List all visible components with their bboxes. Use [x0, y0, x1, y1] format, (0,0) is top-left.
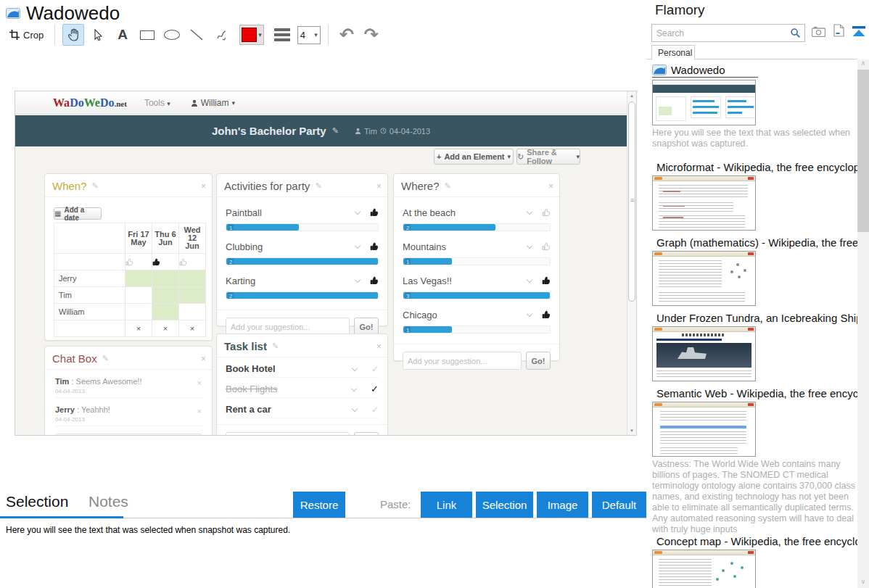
ellipse-tool-button[interactable]: [161, 24, 183, 46]
snapshot-title[interactable]: Microformat - Wikipedia, the free encycl…: [652, 161, 857, 173]
tab-notes[interactable]: Notes: [88, 493, 128, 510]
chevron-down-icon[interactable]: [351, 365, 358, 373]
thumbnail[interactable]: [652, 326, 756, 381]
availability-cell[interactable]: [179, 287, 206, 304]
snapshot-item[interactable]: Graph (mathematics) - Wikipedia, the fre…: [652, 236, 857, 306]
thumbs-up-icon[interactable]: [370, 242, 379, 251]
edit-pencil-icon[interactable]: ✎: [272, 341, 279, 351]
edit-pencil-icon[interactable]: ✎: [332, 126, 339, 136]
paste-default-button[interactable]: Default: [592, 492, 646, 518]
chevron-down-icon[interactable]: [526, 277, 533, 284]
tab-selection[interactable]: Selection: [6, 493, 68, 510]
go-button[interactable]: Go!: [526, 352, 551, 370]
thumbs-up-icon[interactable]: [370, 276, 379, 285]
crop-button[interactable]: Crop: [6, 24, 47, 46]
check-icon[interactable]: ✓: [371, 384, 379, 394]
chevron-down-icon[interactable]: [526, 243, 533, 250]
line-tool-button[interactable]: [186, 24, 207, 46]
thumbs-up-icon[interactable]: [152, 258, 178, 266]
search-input[interactable]: [652, 28, 790, 38]
scrollbar-thumb[interactable]: [628, 102, 635, 302]
thumbnail[interactable]: [652, 175, 756, 231]
size-dropdown[interactable]: 4 ▾: [297, 26, 321, 44]
chevron-down-icon[interactable]: [350, 386, 358, 393]
scroll-up-icon[interactable]: ∧: [857, 59, 869, 70]
chat-input[interactable]: [55, 434, 202, 436]
chevron-down-icon[interactable]: [526, 209, 533, 216]
close-icon[interactable]: ×: [201, 181, 206, 191]
add-task-input[interactable]: [226, 432, 350, 436]
captured-screenshot-canvas[interactable]: WaDoWeDo.net Tools ▾ William ▾ John's Ba…: [15, 91, 637, 436]
suggestion-input[interactable]: [403, 352, 522, 370]
availability-cell[interactable]: [125, 270, 152, 287]
availability-cell[interactable]: [152, 270, 179, 287]
check-icon[interactable]: ✓: [371, 405, 379, 415]
availability-cell[interactable]: [125, 304, 152, 320]
close-icon[interactable]: ×: [201, 354, 206, 364]
screenshot-scrollbar[interactable]: ▲ ▼: [627, 91, 636, 435]
thumbnail[interactable]: [652, 80, 756, 125]
thumbs-up-icon[interactable]: [370, 208, 379, 217]
add-element-button[interactable]: + Add an Element ▾: [434, 149, 514, 165]
close-icon[interactable]: ×: [376, 181, 382, 191]
user-menu[interactable]: William ▾: [191, 98, 235, 108]
pen-color-picker[interactable]: ▾: [239, 25, 264, 45]
paste-selection-button[interactable]: Selection: [476, 492, 533, 518]
scrollbar-thumb[interactable]: [857, 70, 869, 232]
tab-personal[interactable]: Personal: [651, 45, 695, 59]
share-follow-button[interactable]: ↻ Share & Follow ▾: [516, 149, 580, 165]
text-tool-button[interactable]: A: [112, 24, 133, 46]
edit-pencil-icon[interactable]: ✎: [315, 181, 321, 191]
reject-date-button[interactable]: ×: [179, 320, 206, 337]
snapshot-title[interactable]: Concept map - Wikipedia, the free encycl…: [652, 535, 857, 547]
add-date-button[interactable]: ▦ Add a date: [54, 207, 102, 220]
thumbs-up-icon[interactable]: [542, 208, 551, 217]
camera-icon[interactable]: [812, 26, 825, 37]
availability-cell[interactable]: [152, 287, 179, 304]
thumbs-up-icon[interactable]: [179, 258, 205, 266]
undo-button[interactable]: ↶: [336, 24, 358, 46]
snapshot-title[interactable]: Wadowedo: [652, 64, 758, 78]
thumbnail[interactable]: [652, 550, 756, 588]
thumbs-up-icon[interactable]: [542, 276, 551, 285]
chevron-down-icon[interactable]: [351, 406, 358, 413]
thumbs-up-icon[interactable]: [125, 258, 152, 266]
thumbs-up-icon[interactable]: [542, 242, 551, 251]
hand-tool-button[interactable]: [62, 24, 84, 46]
scroll-up-icon[interactable]: ▲: [627, 94, 636, 98]
snapshot-item[interactable]: Microformat - Wikipedia, the free encycl…: [652, 161, 857, 231]
thumbnail[interactable]: [652, 402, 756, 457]
snapshot-title[interactable]: Under Frozen Tundra, an Icebreaking Ship…: [652, 312, 857, 324]
cursor-tool-button[interactable]: [87, 24, 109, 46]
delete-message-icon[interactable]: ×: [197, 378, 202, 387]
availability-cell[interactable]: [179, 270, 206, 287]
paste-image-button[interactable]: Image: [537, 492, 588, 518]
reject-date-button[interactable]: ×: [152, 320, 179, 337]
availability-cell[interactable]: [125, 287, 152, 304]
search-icon[interactable]: [790, 28, 801, 38]
snapshot-item[interactable]: Under Frozen Tundra, an Icebreaking Ship…: [652, 312, 857, 381]
edit-pencil-icon[interactable]: ✎: [445, 181, 451, 191]
reject-date-button[interactable]: ×: [125, 320, 152, 337]
chevron-down-icon[interactable]: [354, 277, 361, 284]
snapshot-title[interactable]: Graph (mathematics) - Wikipedia, the fre…: [652, 236, 857, 249]
new-note-icon[interactable]: [833, 24, 844, 37]
thumbs-up-icon[interactable]: [542, 310, 551, 319]
flamory-logo-icon[interactable]: [852, 25, 866, 37]
close-icon[interactable]: ×: [548, 181, 553, 191]
delete-message-icon[interactable]: ×: [197, 407, 202, 415]
availability-cell[interactable]: [179, 304, 206, 320]
snapshot-title[interactable]: Semantic Web - Wikipedia, the free encyc…: [652, 387, 857, 399]
snapshot-item[interactable]: Wadowedo Here you will see the text that…: [652, 64, 857, 149]
line-thickness-icon[interactable]: [274, 28, 290, 41]
availability-cell[interactable]: [152, 304, 179, 320]
chevron-down-icon[interactable]: [354, 243, 361, 250]
restore-button[interactable]: Restore: [293, 492, 345, 518]
chevron-down-icon[interactable]: [526, 311, 533, 318]
chevron-down-icon[interactable]: [354, 209, 361, 216]
snapshot-item[interactable]: Concept map - Wikipedia, the free encycl…: [652, 535, 857, 588]
go-button[interactable]: Go!: [354, 432, 379, 436]
snapshot-item[interactable]: Semantic Web - Wikipedia, the free encyc…: [652, 387, 857, 535]
thumbnail[interactable]: [652, 251, 756, 306]
redo-button[interactable]: ↷: [361, 24, 382, 46]
